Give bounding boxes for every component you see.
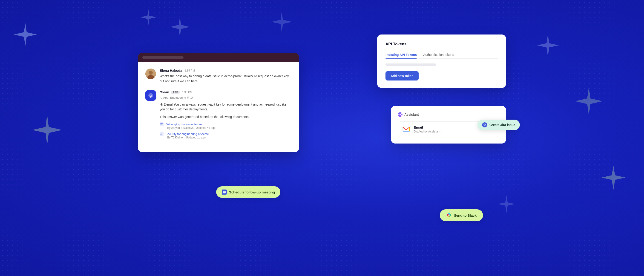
create-jira-label: Create Jira issue: [490, 123, 515, 127]
bot-message: g Glean APP 1:35 PM AI App: Engineering …: [145, 90, 292, 139]
svg-point-27: [449, 216, 450, 217]
add-token-button[interactable]: Add new token: [386, 71, 418, 80]
doc-link-1: Debugging customer issues By Aaryan Sriv…: [160, 122, 292, 130]
svg-rect-17: [223, 191, 226, 194]
svg-rect-8: [160, 125, 162, 125]
schedule-pill[interactable]: Schedule follow-up meeting: [216, 186, 280, 198]
avatar-elena: [145, 68, 156, 79]
header-pill: [142, 56, 184, 59]
user-msg-header: Elena Hakoda 1:35 PM: [160, 68, 292, 72]
user-msg-time: 1:35 PM: [184, 69, 195, 72]
doc1-link-row: Debugging customer issues: [160, 122, 292, 126]
doc1-meta: By Aaryan Srivastava · Updated 4d ago: [166, 126, 292, 130]
send-slack-pill[interactable]: Send to Slack: [440, 209, 483, 221]
assistant-icon: [398, 112, 402, 117]
bot-msg-header: Glean APP 1:35 PM: [160, 90, 292, 94]
api-tabs: Indexing API Tokens Authentication token…: [386, 51, 498, 59]
svg-rect-18: [223, 192, 226, 192]
bot-msg-time: 1:35 PM: [182, 90, 192, 94]
bot-msg-content: Glean APP 1:35 PM AI App: Engineering FA…: [160, 90, 292, 139]
chat-body: Elena Hakoda 1:35 PM What's the best way…: [138, 62, 299, 152]
doc2-icon: [160, 132, 164, 136]
email-info: Email Drafted by Assistant: [414, 125, 440, 133]
calendar-icon: [222, 190, 227, 194]
svg-point-14: [400, 114, 401, 115]
avatar-glean: g: [145, 90, 156, 101]
jira-icon: [482, 122, 487, 128]
api-card-title: API Tokens: [386, 42, 498, 46]
chat-card: Elena Hakoda 1:35 PM What's the best way…: [138, 53, 299, 152]
user-message: Elena Hakoda 1:35 PM What's the best way…: [145, 68, 292, 84]
user-name: Elena Hakoda: [160, 68, 182, 72]
user-msg-content: Elena Hakoda 1:35 PM What's the best way…: [160, 68, 292, 84]
svg-point-28: [448, 216, 449, 217]
bot-name: Glean: [160, 90, 169, 94]
doc2-link-row: Security for engineering at Acme: [160, 132, 292, 136]
create-jira-pill[interactable]: Create Jira issue: [478, 120, 520, 130]
cards-area: Elena Hakoda 1:35 PM What's the best way…: [138, 34, 506, 242]
bot-msg-greeting: Hi Elena! You can always request vault k…: [160, 102, 292, 112]
bot-msg-source: This answer was generated based on the f…: [160, 114, 292, 119]
api-tokens-card: API Tokens Indexing API Tokens Authentic…: [377, 34, 506, 88]
main-content: Elena Hakoda 1:35 PM What's the best way…: [0, 0, 644, 276]
assistant-label: Assistant: [404, 113, 419, 116]
svg-rect-20: [225, 191, 225, 191]
svg-rect-11: [160, 134, 162, 134]
svg-point-1: [148, 70, 153, 75]
assistant-header: Assistant: [398, 112, 499, 117]
chat-card-header: [138, 53, 299, 62]
doc1-title[interactable]: Debugging customer issues: [166, 122, 202, 126]
tab-auth[interactable]: Authentication tokens: [423, 51, 454, 58]
svg-rect-19: [224, 191, 224, 191]
app-badge: APP: [171, 90, 180, 94]
gmail-icon: [402, 125, 410, 134]
doc2-title[interactable]: Security for engineering at Acme: [166, 132, 209, 136]
email-sub: Drafted by Assistant: [414, 130, 440, 133]
user-msg-text: What's the best way to debug a data issu…: [160, 74, 292, 84]
tab-indexing[interactable]: Indexing API Tokens: [386, 51, 417, 58]
token-placeholder: [386, 64, 436, 66]
schedule-label: Schedule follow-up meeting: [229, 190, 275, 194]
svg-point-26: [449, 214, 450, 215]
svg-rect-7: [160, 124, 162, 124]
doc-link-2: Security for engineering at Acme By TJ K…: [160, 132, 292, 139]
svg-text:g: g: [150, 94, 152, 98]
doc2-meta: By TJ Kleiner · Updated 1d ago: [166, 136, 292, 139]
doc1-icon: [160, 122, 164, 126]
svg-rect-12: [160, 134, 162, 135]
slack-icon: [446, 212, 452, 218]
svg-rect-10: [160, 133, 163, 133]
svg-rect-6: [160, 123, 163, 124]
slack-label: Send to Slack: [454, 214, 476, 217]
app-label: AI App: Engineering FAQ: [160, 96, 292, 100]
email-title: Email: [414, 125, 440, 129]
svg-point-25: [448, 214, 449, 215]
svg-point-16: [484, 124, 485, 126]
